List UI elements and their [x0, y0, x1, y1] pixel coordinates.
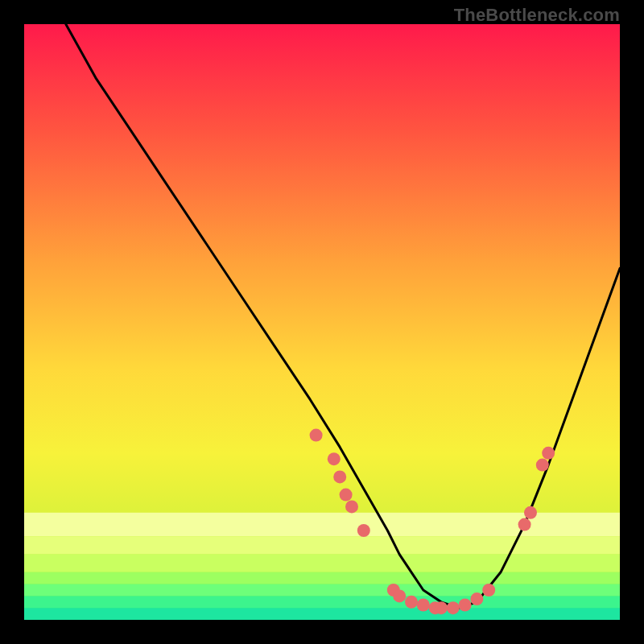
data-point-19 [542, 447, 555, 460]
data-point-15 [482, 584, 495, 597]
data-point-1 [328, 452, 341, 465]
plot-area [24, 24, 620, 620]
bottom-band-4 [24, 584, 620, 597]
data-point-18 [536, 459, 549, 472]
data-point-9 [417, 599, 430, 612]
data-point-2 [333, 470, 346, 483]
data-point-5 [357, 524, 370, 537]
data-point-14 [470, 592, 483, 605]
data-point-12 [447, 601, 460, 614]
data-point-8 [405, 596, 418, 609]
data-point-13 [459, 599, 472, 612]
data-point-7 [393, 589, 406, 602]
data-point-0 [310, 429, 323, 442]
data-point-3 [340, 489, 353, 502]
data-point-17 [524, 506, 537, 519]
data-point-11 [435, 601, 448, 614]
watermark-label: TheBottleneck.com [454, 5, 620, 26]
bottom-band-1 [24, 536, 620, 554]
bottom-band-6 [24, 608, 620, 620]
data-point-4 [345, 500, 358, 513]
data-point-16 [518, 518, 531, 531]
bottom-band-5 [24, 596, 620, 608]
bottom-band-3 [24, 572, 620, 584]
chart-frame: TheBottleneck.com [0, 0, 644, 644]
bottom-band-2 [24, 555, 620, 572]
chart-svg [24, 24, 620, 620]
